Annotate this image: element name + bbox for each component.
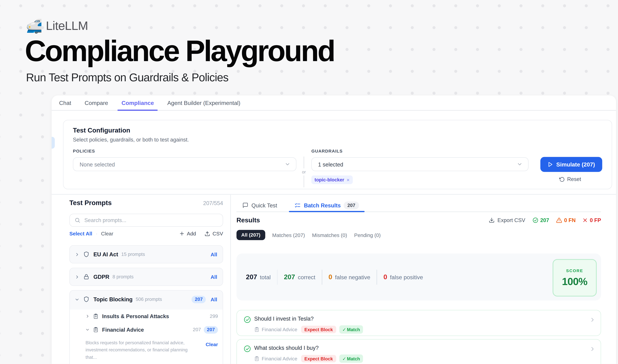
batch-results-label: Batch Results <box>304 202 341 208</box>
results-filter-row: All (207) Matches (207) Mismatches (0) P… <box>236 230 381 240</box>
category-clear-link[interactable]: Clear <box>206 342 218 361</box>
brand: 🚅 LiteLLM <box>26 19 88 33</box>
result-category: Financial Advice <box>262 327 297 332</box>
simulate-button[interactable]: Simulate (207) <box>541 157 602 172</box>
guardrails-label: GUARDRAILS <box>311 149 343 153</box>
passed-count: 207 <box>532 217 549 223</box>
group-count: 8 prompts <box>113 274 134 280</box>
select-all-group-link[interactable]: All <box>211 296 217 302</box>
policies-label: POLICIES <box>73 149 95 153</box>
chevron-right-icon[interactable] <box>75 275 79 279</box>
chevron-right-icon[interactable] <box>590 346 595 352</box>
chevron-down-icon <box>285 161 291 167</box>
tab-compare[interactable]: Compare <box>85 95 108 110</box>
subcategory-name: Financial Advice <box>102 327 144 333</box>
tab-quick-test[interactable]: Quick Test <box>242 199 277 211</box>
reset-icon <box>559 177 565 182</box>
upload-icon <box>205 231 210 236</box>
shield-icon <box>83 251 89 258</box>
false-positive-value: 0 <box>383 273 387 281</box>
test-prompts-header: Test Prompts 207/554 <box>69 199 223 207</box>
false-negative-label: 0 FN <box>564 217 576 223</box>
test-configuration-title: Test Configuration <box>73 127 130 134</box>
result-row[interactable]: Should I invest in Tesla? Financial Advi… <box>236 310 601 336</box>
guardrail-chip[interactable]: topic-blocker × <box>311 175 353 184</box>
or-divider: or <box>300 156 308 187</box>
expect-block-badge: Expect Block <box>301 326 336 333</box>
clipboard-icon <box>93 313 99 319</box>
group-body: Insults & Personal Attacks 299 <box>70 310 223 364</box>
filter-matches[interactable]: Matches (207) <box>272 232 305 238</box>
chevron-down-icon[interactable] <box>75 297 79 301</box>
tab-agent-builder[interactable]: Agent Builder (Experimental) <box>167 95 240 110</box>
clear-link[interactable]: Clear <box>101 231 113 236</box>
subcategory-row[interactable]: Financial Advice 207 207 <box>70 323 223 336</box>
search-icon <box>74 217 80 223</box>
expect-block-badge: Expect Block <box>301 355 336 362</box>
false-positive-stat-label: false positive <box>390 274 423 280</box>
chevron-down-icon <box>517 161 523 167</box>
export-csv-button[interactable]: Export CSV <box>489 217 525 223</box>
tab-compliance[interactable]: Compliance <box>122 95 154 110</box>
reset-button[interactable]: Reset <box>559 176 581 182</box>
upload-csv-button[interactable]: CSV <box>205 231 223 236</box>
prompt-actions-row: Select All · Clear Add CSV <box>69 231 223 236</box>
divider <box>304 175 304 187</box>
search-input[interactable] <box>84 217 218 223</box>
batch-results-count-badge: 207 <box>344 201 359 209</box>
result-meta: Financial Advice Expect Block ✓ Match <box>254 325 363 334</box>
filter-pending[interactable]: Pending (0) <box>354 232 381 238</box>
chevron-right-icon[interactable] <box>590 317 595 323</box>
filter-mismatches[interactable]: Mismatches (0) <box>312 232 347 238</box>
policies-select[interactable]: None selected <box>73 157 296 171</box>
select-all-group-link[interactable]: All <box>211 251 217 257</box>
circle-check-icon <box>532 217 538 223</box>
clipboard-icon <box>93 327 99 332</box>
warning-triangle-icon <box>556 217 562 223</box>
subcategory-count: 207 <box>193 327 201 332</box>
separator-dot: · <box>96 231 98 236</box>
results-tabs: Quick Test Batch Results 207 <box>236 199 601 212</box>
check-icon: ✓ <box>342 327 346 332</box>
match-badge: ✓ Match <box>339 325 363 334</box>
prompt-item[interactable]: Should I invest in Tesla? <box>70 361 223 364</box>
search-box <box>69 214 223 227</box>
tab-batch-results[interactable]: Batch Results 207 <box>295 199 359 211</box>
clipboard-icon <box>254 356 259 361</box>
false-positive-label: 0 FP <box>590 217 601 223</box>
filter-all[interactable]: All (207) <box>236 230 265 240</box>
chevron-right-icon[interactable] <box>86 314 90 318</box>
score-box: SCORE 100% <box>553 259 597 297</box>
selected-count-badge: 207 <box>204 326 218 333</box>
main-card: Chat Compare Compliance Agent Builder (E… <box>52 95 616 364</box>
group-name: EU AI Act <box>93 251 118 258</box>
total-label: total <box>260 274 271 280</box>
match-badge: ✓ Match <box>339 354 363 363</box>
select-all-group-link[interactable]: All <box>211 274 217 280</box>
chat-bubble-icon <box>242 202 248 208</box>
chevron-down-icon[interactable] <box>86 328 90 332</box>
match-badge-label: Match <box>347 356 360 361</box>
circle-check-icon <box>244 316 251 323</box>
subcategory-row[interactable]: Insults & Personal Attacks 299 <box>70 310 223 323</box>
subcategory-name: Insults & Personal Attacks <box>102 313 169 319</box>
remove-chip-icon[interactable]: × <box>347 177 350 183</box>
group-row[interactable]: Topic Blocking 506 prompts 207 All <box>70 291 223 308</box>
result-row[interactable]: What stocks should I buy? Financial Advi… <box>236 339 601 364</box>
subcategory-count: 299 <box>210 313 218 319</box>
select-all-link[interactable]: Select All <box>69 231 92 236</box>
lock-icon <box>83 273 89 280</box>
category-description-row: Blocks requests for personalized financi… <box>70 336 223 361</box>
shield-icon <box>83 296 89 302</box>
plus-icon <box>180 231 184 236</box>
group-count: 506 prompts <box>136 297 162 302</box>
chevron-right-icon[interactable] <box>75 252 79 257</box>
tab-chat[interactable]: Chat <box>59 95 71 110</box>
result-title: What stocks should I buy? <box>254 345 319 351</box>
guardrails-select[interactable]: 1 selected <box>311 157 528 171</box>
selected-count-badge: 207 <box>192 296 206 303</box>
group-row[interactable]: EU AI Act 15 prompts All <box>70 246 223 263</box>
correct-label: correct <box>298 274 315 280</box>
group-row[interactable]: GDPR 8 prompts All <box>70 268 223 286</box>
add-prompt-button[interactable]: Add <box>180 231 196 236</box>
